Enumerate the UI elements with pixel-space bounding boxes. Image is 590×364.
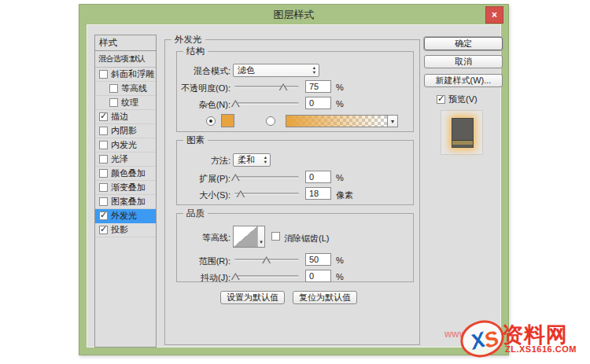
size-unit: 像素: [336, 189, 353, 201]
range-unit: %: [336, 256, 344, 265]
noise-input[interactable]: 0: [305, 97, 331, 109]
checkbox-icon[interactable]: [99, 127, 108, 135]
sidebar-item[interactable]: 内阴影: [95, 124, 156, 138]
checkbox-icon[interactable]: [99, 226, 108, 234]
size-input[interactable]: 18: [305, 187, 331, 200]
range-label: 范围(R):: [177, 256, 230, 267]
close-icon[interactable]: ×: [485, 6, 503, 24]
sidebar-item[interactable]: 颜色叠加: [95, 167, 156, 181]
antialias-label: 消除锯齿(L): [284, 233, 329, 245]
new-style-button[interactable]: 新建样式(W)...: [424, 74, 503, 87]
noise-unit: %: [336, 99, 344, 108]
updown-arrows-icon: ▴▾: [313, 65, 315, 75]
blend-mode-select[interactable]: 滤色 ▴▾: [233, 64, 319, 77]
sidebar-item[interactable]: 内发光: [95, 138, 156, 153]
contour-thumbnail-icon: [234, 226, 258, 247]
checkbox-icon[interactable]: [99, 183, 108, 192]
quality-title: 品质: [183, 208, 208, 219]
elements-title: 图素: [183, 134, 208, 145]
opacity-label: 不透明度(O):: [177, 83, 230, 94]
checkbox-icon[interactable]: [99, 141, 108, 149]
updown-arrows-icon: ▴▾: [264, 155, 267, 164]
preview-checkbox[interactable]: [437, 95, 445, 104]
antialias-checkbox[interactable]: [271, 232, 280, 241]
structure-group: 结构 混合模式: 滤色 ▴▾ 不透明度(O): 75 % 杂色(N):: [176, 51, 414, 132]
spread-unit: %: [336, 173, 344, 182]
opacity-unit: %: [336, 83, 344, 92]
dialog-content: 样式 混合选项:默认 斜面和浮雕 等高线 纹理 描边 内阴影 内发光 光泽 颜色…: [87, 24, 501, 347]
sidebar-item[interactable]: 纹理: [95, 96, 156, 110]
elements-group: 图素 方法: 柔和 ▴▾ 扩展(P): 0 % 大小(S):: [176, 140, 414, 205]
technique-label: 方法:: [177, 155, 230, 167]
jitter-label: 抖动(J):: [177, 272, 230, 284]
sidebar-item[interactable]: 渐变叠加: [95, 181, 156, 195]
ok-button[interactable]: 确定: [424, 37, 503, 50]
reset-default-button[interactable]: 复位为默认值: [293, 291, 357, 304]
jitter-input[interactable]: 0: [305, 270, 331, 282]
range-slider[interactable]: [234, 256, 299, 263]
make-default-button[interactable]: 设置为默认值: [220, 291, 285, 304]
sidebar-item[interactable]: 等高线: [95, 82, 156, 96]
watermark: www X S 资料网 ZL.XS1616.COM: [460, 321, 590, 364]
quality-group: 品质 等高线: ▾ 消除锯齿(L) 范围(R): 50 % 抖动(J):: [176, 213, 414, 282]
spread-slider[interactable]: [234, 174, 299, 181]
checkbox-icon[interactable]: [99, 70, 108, 79]
style-preview-panel: [441, 110, 483, 155]
styles-header: 样式: [95, 35, 156, 51]
styles-list: 样式 混合选项:默认 斜面和浮雕 等高线 纹理 描边 内阴影 内发光 光泽 颜色…: [94, 35, 157, 347]
opacity-slider[interactable]: [234, 83, 299, 90]
checkbox-icon[interactable]: [99, 197, 108, 206]
gradient-radio[interactable]: [266, 116, 275, 126]
opacity-input[interactable]: 75: [305, 80, 331, 93]
preview-label: 预览(V): [448, 94, 478, 105]
style-preview-thumbnail: [452, 118, 474, 148]
sidebar-item-outer-glow[interactable]: 外发光: [95, 209, 156, 223]
cancel-button[interactable]: 取消: [424, 55, 503, 68]
checkbox-icon[interactable]: [99, 112, 108, 121]
sidebar-item[interactable]: 描边: [95, 110, 156, 124]
noise-slider[interactable]: [234, 100, 299, 107]
watermark-site-url: ZL.XS1616.COM: [505, 344, 577, 354]
noise-label: 杂色(N):: [177, 99, 230, 111]
blend-mode-label: 混合模式:: [177, 65, 230, 77]
chevron-down-icon[interactable]: ▾: [258, 226, 264, 247]
screen-background: 图层样式 × 样式 混合选项:默认 斜面和浮雕 等高线 纹理 描边 内阴影 内发…: [0, 0, 590, 364]
contour-label: 等高线:: [177, 232, 230, 244]
checkbox-icon[interactable]: [109, 98, 118, 107]
jitter-slider[interactable]: [234, 273, 299, 280]
gradient-picker-arrow-icon[interactable]: ▾: [388, 115, 398, 127]
jitter-unit: %: [336, 272, 344, 281]
spread-label: 扩展(P):: [177, 173, 230, 185]
watermark-logo-icon: X S: [456, 315, 509, 362]
dialog-title: 图层样式: [79, 5, 508, 24]
sidebar-item-blending-options[interactable]: 混合选项:默认: [95, 51, 156, 68]
size-label: 大小(S):: [177, 189, 230, 201]
layer-style-dialog: 图层样式 × 样式 混合选项:默认 斜面和浮雕 等高线 纹理 描边 内阴影 内发…: [79, 4, 509, 355]
sidebar-item[interactable]: 光泽: [95, 153, 156, 167]
glow-color-swatch[interactable]: [221, 114, 234, 127]
preview-toggle[interactable]: 预览(V): [437, 94, 478, 105]
panel-title: 外发光: [171, 34, 205, 45]
size-slider[interactable]: [234, 190, 299, 197]
range-input[interactable]: 50: [305, 253, 331, 266]
spread-input[interactable]: 0: [305, 171, 331, 183]
checkbox-icon[interactable]: [99, 211, 108, 220]
technique-select[interactable]: 柔和 ▴▾: [233, 153, 271, 167]
sidebar-item[interactable]: 投影: [95, 223, 156, 237]
glow-gradient-bar[interactable]: [286, 115, 388, 127]
sidebar-item[interactable]: 斜面和浮雕: [95, 68, 156, 82]
contour-picker[interactable]: ▾: [233, 226, 265, 248]
structure-title: 结构: [183, 46, 208, 57]
checkbox-icon[interactable]: [99, 169, 108, 178]
checkbox-icon[interactable]: [109, 84, 118, 93]
checkbox-icon[interactable]: [99, 155, 108, 164]
sidebar-item[interactable]: 图案叠加: [95, 195, 156, 209]
color-radio[interactable]: [206, 116, 216, 126]
dialog-titlebar[interactable]: 图层样式 ×: [79, 5, 508, 24]
